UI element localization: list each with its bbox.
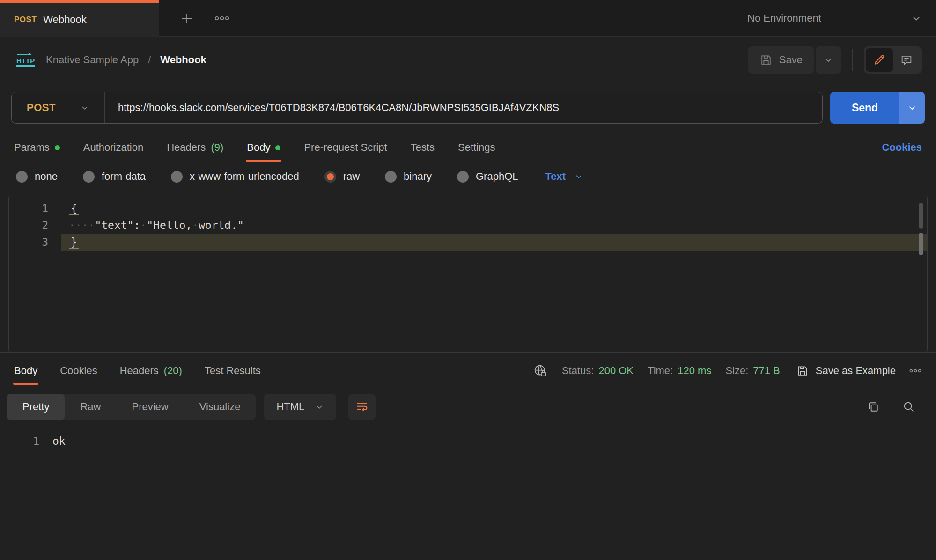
- view-visualize-label: Visualize: [199, 401, 241, 413]
- chevron-down-icon: [80, 103, 89, 112]
- tab-headers-label: Headers: [167, 141, 206, 154]
- tab-headers[interactable]: Headers (9): [167, 141, 223, 154]
- view-pretty-label: Pretty: [22, 401, 49, 413]
- view-visualize[interactable]: Visualize: [184, 394, 256, 420]
- response-tab-cookies[interactable]: Cookies: [60, 365, 97, 377]
- open-request-tab[interactable]: POST Webhook: [0, 0, 159, 37]
- request-body-editor[interactable]: 1 { 2 ····"text":·"Hello,·world." 3 }: [8, 196, 928, 352]
- edit-documentation-button[interactable]: [866, 48, 893, 72]
- url-input[interactable]: https://hooks.slack.com/services/T06TD83…: [105, 102, 572, 114]
- send-options-button[interactable]: [899, 92, 925, 124]
- open-brace: {: [69, 202, 79, 215]
- mode-urlencoded[interactable]: x-www-form-urlencoded: [171, 170, 299, 183]
- tab-tests[interactable]: Tests: [411, 141, 435, 154]
- response-tabs: Body Cookies Headers (20) Test Results: [14, 365, 261, 377]
- radio-form-data-icon: [83, 171, 95, 183]
- tab-settings[interactable]: Settings: [458, 141, 495, 154]
- globe-lock-icon[interactable]: [533, 363, 548, 378]
- response-tab-headers-label: Headers: [120, 365, 159, 377]
- tab-prerequest-script[interactable]: Pre-request Script: [304, 141, 387, 154]
- comments-button[interactable]: [893, 48, 920, 72]
- response-format-label: HTML: [276, 401, 304, 413]
- tab-body[interactable]: Body: [247, 141, 280, 154]
- tab-authorization-label: Authorization: [83, 141, 143, 154]
- status-value: 200 OK: [598, 365, 634, 377]
- new-tab-button[interactable]: [180, 11, 194, 25]
- save-options-button[interactable]: [816, 46, 841, 74]
- save-as-example-label: Save as Example: [816, 365, 896, 377]
- response-more-options-icon[interactable]: [909, 368, 922, 373]
- chevron-down-icon: [574, 172, 583, 181]
- breadcrumb-request-name[interactable]: Webhook: [160, 54, 206, 66]
- tab-more-options-icon[interactable]: [214, 15, 229, 21]
- mode-graphql[interactable]: GraphQL: [457, 170, 518, 183]
- radio-raw-selected-icon: [324, 171, 336, 183]
- response-tab-cookies-label: Cookies: [60, 365, 97, 377]
- radio-binary-icon: [385, 171, 397, 183]
- tab-authorization[interactable]: Authorization: [83, 141, 143, 154]
- radio-urlencoded-icon: [171, 171, 183, 183]
- response-headers-count-badge: (20): [164, 365, 182, 377]
- request-tabbar: POST Webhook No Environment: [0, 0, 936, 37]
- breadcrumb: HTTP Knative Sample App / Webhook: [14, 51, 748, 69]
- raw-language-dropdown[interactable]: Text: [545, 170, 584, 183]
- time-label: Time:: [648, 365, 673, 377]
- line-number: 2: [9, 219, 61, 231]
- response-tab-headers[interactable]: Headers (20): [120, 365, 182, 377]
- save-button-label: Save: [779, 54, 803, 66]
- environment-selector[interactable]: No Environment: [733, 0, 936, 36]
- floppy-disk-icon: [759, 53, 773, 66]
- breadcrumb-collection[interactable]: Knative Sample App: [46, 54, 139, 66]
- editor-scrollbar-thumb[interactable]: [919, 203, 923, 229]
- svg-text:HTTP: HTTP: [16, 57, 35, 65]
- tab-params[interactable]: Params: [14, 141, 60, 154]
- response-tab-body[interactable]: Body: [14, 365, 37, 377]
- headers-count-badge: (9): [211, 141, 223, 154]
- view-preview-label: Preview: [132, 401, 168, 413]
- mode-raw-label: raw: [343, 170, 360, 183]
- mode-binary-label: binary: [404, 170, 432, 183]
- response-status: Status: 200 OK: [562, 365, 634, 377]
- time-value: 120 ms: [678, 365, 711, 377]
- response-body-line[interactable]: 1 ok: [0, 435, 936, 447]
- save-button[interactable]: Save: [748, 46, 814, 74]
- response-body-text: ok: [52, 435, 66, 447]
- response-toolbar: Pretty Raw Preview Visualize HTML: [0, 394, 936, 420]
- http-protocol-icon: HTTP: [14, 51, 37, 69]
- mode-form-data-label: form-data: [102, 170, 146, 183]
- view-pretty[interactable]: Pretty: [7, 394, 65, 420]
- mode-raw[interactable]: raw: [324, 170, 360, 183]
- line-number: 3: [9, 236, 61, 248]
- response-size: Size: 771 B: [725, 365, 780, 377]
- postman-window: POST Webhook No Environment: [0, 0, 936, 560]
- wrap-lines-button[interactable]: [348, 394, 376, 420]
- view-raw-label: Raw: [80, 401, 101, 413]
- view-preview[interactable]: Preview: [116, 394, 184, 420]
- params-modified-dot: [55, 145, 60, 150]
- editor-line-1: 1 {: [9, 200, 927, 217]
- cookies-link[interactable]: Cookies: [882, 141, 922, 154]
- view-raw[interactable]: Raw: [65, 394, 116, 420]
- save-as-example-button[interactable]: Save as Example: [796, 364, 896, 377]
- tab-title: Webhook: [43, 14, 87, 26]
- editor-cursor-marker[interactable]: [919, 233, 923, 255]
- copy-response-icon[interactable]: [866, 400, 880, 414]
- radio-graphql-icon: [457, 171, 469, 183]
- search-response-icon[interactable]: [902, 400, 916, 414]
- method-dropdown[interactable]: POST: [12, 102, 104, 114]
- send-button[interactable]: Send: [830, 92, 899, 124]
- method-label: POST: [27, 102, 56, 114]
- response-tab-test-results[interactable]: Test Results: [205, 365, 261, 377]
- response-format-dropdown[interactable]: HTML: [264, 394, 336, 420]
- mode-none[interactable]: none: [16, 170, 58, 183]
- mode-form-data[interactable]: form-data: [83, 170, 146, 183]
- response-time: Time: 120 ms: [648, 365, 711, 377]
- header-divider: [852, 49, 853, 71]
- mode-binary[interactable]: binary: [385, 170, 432, 183]
- environment-label: No Environment: [747, 12, 905, 24]
- tabbar-spacer: [250, 0, 733, 36]
- response-tab-test-results-label: Test Results: [205, 365, 261, 377]
- editor-code: ····"text":·"Hello,·world.": [61, 217, 927, 234]
- tab-settings-label: Settings: [458, 141, 495, 154]
- tab-params-label: Params: [14, 141, 50, 154]
